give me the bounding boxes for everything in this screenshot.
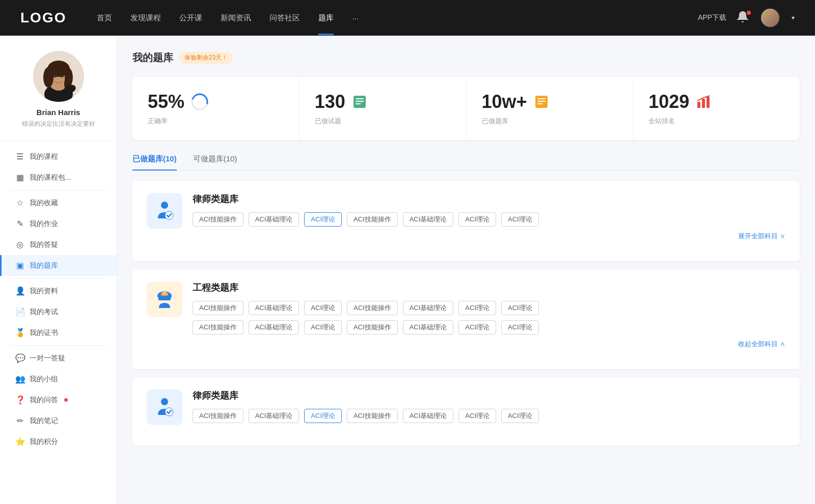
tag-eng-2-4[interactable]: ACI基础理论 (403, 320, 454, 334)
sidebar-item-points[interactable]: ⭐ 我的积分 (0, 431, 117, 452)
tag-eng-2-0[interactable]: ACI技能操作 (193, 320, 243, 334)
sidebar-item-1v1[interactable]: 💬 一对一答疑 (0, 348, 117, 369)
questions-notification-dot (64, 398, 68, 402)
sidebar-item-homework[interactable]: ✎ 我的作业 (0, 213, 117, 234)
nav-home[interactable]: 首页 (97, 13, 112, 23)
tag-eng-1-5[interactable]: ACI理论 (458, 301, 496, 315)
tag-eng-1-0[interactable]: ACI技能操作 (193, 301, 243, 315)
tag-eng-2-1[interactable]: ACI基础理论 (249, 320, 300, 334)
svg-rect-23 (702, 99, 705, 108)
main-content: 我的题库 体验剩余23天！ 55% 正确率 130 (117, 36, 815, 504)
tag-lawyer-1-5[interactable]: ACI理论 (458, 212, 496, 227)
svg-rect-24 (707, 97, 710, 108)
expand-btn-lawyer-1[interactable]: 展开全部科目 ∨ (193, 232, 785, 241)
sidebar-item-my-course[interactable]: ☰ 我的课程 (0, 146, 117, 167)
qbank-name-lawyer-1: 律师类题库 (193, 193, 785, 205)
nav-discover[interactable]: 发现课程 (130, 13, 161, 23)
tags-row-engineer-1: ACI技能操作 ACI基础理论 ACI理论 ACI技能操作 ACI基础理论 AC… (193, 301, 785, 315)
tag-lawyer-2-3[interactable]: ACI技能操作 (347, 409, 398, 423)
nav-qa[interactable]: 问答社区 (269, 13, 300, 23)
sidebar: Brian Harris 错误的决定比没有决定要好 ☰ 我的课程 ▦ 我的课程包… (0, 36, 117, 504)
qbank-section-engineer: 工程类题库 ACI技能操作 ACI基础理论 ACI理论 ACI技能操作 ACI基… (132, 269, 800, 369)
tag-eng-2-5[interactable]: ACI理论 (458, 320, 496, 334)
sidebar-item-profile[interactable]: 👤 我的资料 (0, 281, 117, 301)
sidebar-item-qa-label: 我的答疑 (30, 240, 58, 249)
tag-lawyer-1-6[interactable]: ACI理论 (501, 212, 539, 227)
nav-qbank[interactable]: 题库 (318, 13, 334, 23)
tag-eng-1-1[interactable]: ACI基础理论 (249, 301, 300, 315)
tag-eng-1-2[interactable]: ACI理论 (304, 301, 342, 315)
navbar-right: APP下载 ▾ (698, 9, 795, 27)
notification-dot (747, 11, 751, 15)
sidebar-item-profile-label: 我的资料 (30, 287, 58, 296)
svg-rect-15 (356, 98, 364, 99)
app-download-button[interactable]: APP下载 (698, 13, 726, 22)
tag-lawyer-1-4[interactable]: ACI基础理论 (403, 212, 454, 227)
sidebar-item-qbank[interactable]: ▣ 我的题库 (0, 255, 117, 276)
sidebar-item-qa[interactable]: ◎ 我的答疑 (0, 234, 117, 255)
tag-lawyer-1-2[interactable]: ACI理论 (304, 212, 342, 227)
tag-lawyer-2-2[interactable]: ACI理论 (304, 409, 342, 423)
qbank-icon-lawyer-2 (147, 389, 182, 425)
sidebar-item-questions[interactable]: ❓ 我的问答 (0, 389, 117, 410)
stat-questions-done: 130 已做试题 (300, 77, 467, 140)
course-icon: ☰ (15, 152, 24, 161)
tag-lawyer-1-3[interactable]: ACI技能操作 (347, 212, 398, 227)
sidebar-item-questions-label: 我的问答 (30, 396, 58, 405)
1v1-icon: 💬 (15, 353, 24, 363)
cert-icon: 🏅 (15, 328, 24, 338)
sidebar-item-exam[interactable]: 📄 我的考试 (0, 301, 117, 322)
tag-lawyer-2-4[interactable]: ACI基础理论 (403, 409, 454, 423)
tag-eng-2-2[interactable]: ACI理论 (304, 320, 342, 334)
tag-lawyer-2-6[interactable]: ACI理论 (501, 409, 539, 423)
tag-lawyer-2-1[interactable]: ACI基础理论 (249, 409, 300, 423)
sidebar-divider-2 (10, 278, 106, 278)
notification-bell[interactable] (737, 11, 751, 25)
sidebar-item-favorites[interactable]: ☆ 我的收藏 (0, 192, 117, 213)
banks-done-icon (533, 94, 550, 110)
collapse-btn-engineer[interactable]: 收起全部科目 ∧ (193, 340, 785, 349)
tags-row-lawyer-2: ACI技能操作 ACI基础理论 ACI理论 ACI技能操作 ACI基础理论 AC… (193, 409, 785, 423)
qbank-header-engineer: 工程类题库 ACI技能操作 ACI基础理论 ACI理论 ACI技能操作 ACI基… (147, 282, 785, 349)
tag-lawyer-2-0[interactable]: ACI技能操作 (193, 409, 243, 423)
tag-eng-1-6[interactable]: ACI理论 (501, 301, 539, 315)
tag-lawyer-2-5[interactable]: ACI理论 (458, 409, 496, 423)
tags-row-engineer-2: ACI技能操作 ACI基础理论 ACI理论 ACI技能操作 ACI基础理论 AC… (193, 320, 785, 334)
nav-open-course[interactable]: 公开课 (179, 13, 202, 23)
tag-lawyer-1-1[interactable]: ACI基础理论 (249, 212, 300, 227)
tab-available-banks[interactable]: 可做题库(10) (193, 154, 237, 170)
qbank-header-2: 律师类题库 ACI技能操作 ACI基础理论 ACI理论 ACI技能操作 ACI基… (147, 389, 785, 425)
qbank-icon-lawyer-1 (147, 193, 182, 229)
stat-accuracy-value: 55% (148, 91, 184, 113)
sidebar-item-course-package[interactable]: ▦ 我的课程包... (0, 167, 117, 188)
package-icon: ▦ (15, 173, 24, 182)
rank-icon (695, 94, 712, 110)
sidebar-item-certificate[interactable]: 🏅 我的证书 (0, 322, 117, 343)
questions-done-icon (351, 94, 368, 110)
svg-point-13 (196, 98, 203, 105)
stat-rank: 1029 全站排名 (633, 77, 800, 140)
tab-done-banks[interactable]: 已做题库(10) (132, 154, 177, 170)
sidebar-item-group[interactable]: 👥 我的小组 (0, 369, 117, 389)
profile-motto: 错误的决定比没有决定要好 (22, 120, 95, 128)
accuracy-pie-icon (191, 93, 209, 111)
tag-eng-2-3[interactable]: ACI技能操作 (347, 320, 398, 334)
tag-lawyer-1-0[interactable]: ACI技能操作 (193, 212, 243, 227)
svg-rect-22 (697, 102, 700, 108)
nav-news[interactable]: 新闻资讯 (221, 13, 251, 23)
avatar[interactable] (761, 9, 779, 27)
qbank-content-1: 律师类题库 ACI技能操作 ACI基础理论 ACI理论 ACI技能操作 ACI基… (193, 193, 785, 241)
tag-eng-1-4[interactable]: ACI基础理论 (403, 301, 454, 315)
qbank-icon-engineer (147, 282, 182, 317)
avatar-dropdown-arrow[interactable]: ▾ (792, 14, 795, 21)
qbank-icon: ▣ (15, 261, 24, 270)
svg-point-31 (161, 398, 168, 405)
exam-icon: 📄 (15, 307, 24, 317)
sidebar-divider-1 (10, 190, 106, 190)
tag-eng-2-6[interactable]: ACI理论 (501, 320, 539, 334)
qbank-header-1: 律师类题库 ACI技能操作 ACI基础理论 ACI理论 ACI技能操作 ACI基… (147, 193, 785, 241)
tag-eng-1-3[interactable]: ACI技能操作 (347, 301, 398, 315)
homework-icon: ✎ (15, 219, 24, 229)
nav-more[interactable]: ··· (352, 14, 359, 22)
sidebar-item-notes[interactable]: ✏ 我的笔记 (0, 410, 117, 431)
